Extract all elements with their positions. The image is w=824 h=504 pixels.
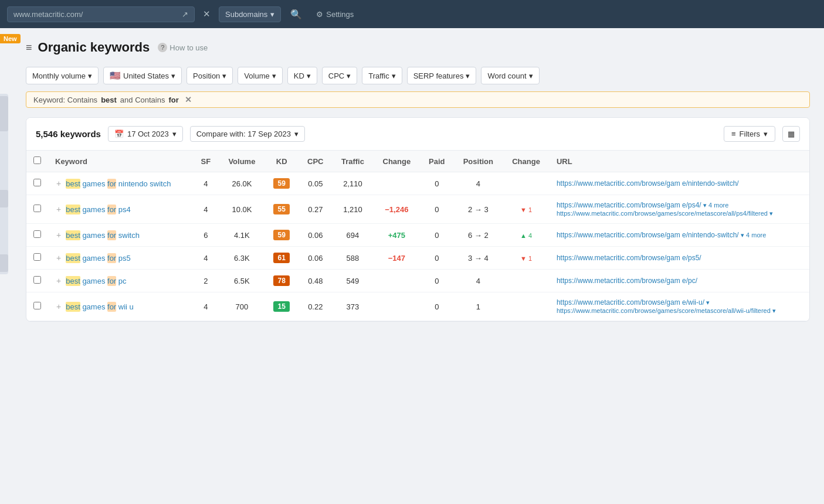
- row-0-url-link[interactable]: https://www.metacritic.com/browse/gam e/…: [557, 179, 739, 188]
- change-header[interactable]: Change: [373, 151, 420, 172]
- row-0-url-cell: https://www.metacritic.com/browse/gam e/…: [550, 172, 809, 195]
- row-0-keyword-link[interactable]: best games for nintendo switch: [66, 179, 171, 188]
- row-2-url-link[interactable]: https://www.metacritic.com/browse/gam e/…: [557, 231, 739, 239]
- side-tab-1[interactable]: [0, 96, 8, 131]
- keyword-text-part: nintendo switch: [116, 179, 171, 188]
- close-tab-button[interactable]: ✕: [199, 6, 214, 22]
- row-4-add-button[interactable]: +: [55, 276, 62, 285]
- keyword-highlight-for: for: [107, 179, 116, 189]
- paid-header[interactable]: Paid: [420, 151, 453, 172]
- row-0-paid: 0: [420, 172, 453, 195]
- external-link-icon[interactable]: ↗: [182, 10, 188, 19]
- row-1-add-button[interactable]: +: [55, 205, 62, 214]
- row-3-keyword-link[interactable]: best games for ps5: [66, 254, 131, 263]
- filters-button[interactable]: ≡ Filters ▾: [724, 126, 775, 142]
- side-tab-2[interactable]: [0, 190, 8, 207]
- keyword-header[interactable]: Keyword: [48, 151, 192, 172]
- row-3-position: 3 → 4: [453, 247, 503, 270]
- row-5-add-button[interactable]: +: [55, 302, 62, 311]
- row-3-paid: 0: [420, 247, 453, 270]
- filter-volume[interactable]: Volume ▾: [238, 67, 282, 84]
- row-1-url-extra-link[interactable]: https://www.metacritic.com/browse/games/…: [557, 210, 768, 217]
- subdomains-button[interactable]: Subdomains ▾: [219, 6, 281, 22]
- settings-button[interactable]: ⚙ Settings: [311, 7, 358, 22]
- row-4-checkbox[interactable]: [33, 276, 41, 284]
- row-1-url-cell: https://www.metacritic.com/browse/gam e/…: [550, 195, 809, 224]
- columns-button[interactable]: ▦: [782, 126, 800, 142]
- position-header[interactable]: Position: [453, 151, 503, 172]
- kd-header[interactable]: KD: [265, 151, 299, 172]
- filter-chip-word1: best: [101, 96, 117, 104]
- row-5-keyword-link[interactable]: best games for wii u: [66, 302, 134, 311]
- volume-label: Volume: [244, 71, 269, 80]
- row-1-url-link[interactable]: https://www.metacritic.com/browse/gam e/…: [557, 201, 701, 209]
- row-0-add-button[interactable]: +: [55, 179, 62, 188]
- search-button[interactable]: 🔍: [286, 6, 307, 23]
- kd-badge: 15: [273, 301, 290, 312]
- row-3-checkbox[interactable]: [33, 253, 41, 261]
- row-5-url-cell: https://www.metacritic.com/browse/gam e/…: [550, 292, 809, 321]
- url-bar[interactable]: www.metacritic.com/ ↗: [7, 6, 195, 22]
- filter-traffic[interactable]: Traffic ▾: [362, 67, 402, 84]
- row-2-add-button[interactable]: +: [55, 230, 62, 240]
- word-count-label: Word count: [487, 71, 526, 80]
- filter-position[interactable]: Position ▾: [186, 67, 233, 84]
- row-4-keyword-link[interactable]: best games for pc: [66, 277, 126, 285]
- traffic-header[interactable]: Traffic: [332, 151, 373, 172]
- how-to-use-link[interactable]: ? How to use: [158, 43, 208, 52]
- filter-united-states[interactable]: 🇺🇸 United States ▾: [103, 67, 182, 84]
- kd-badge: 59: [273, 230, 290, 240]
- row-3-url-link[interactable]: https://www.metacritic.com/browse/gam e/…: [557, 254, 701, 262]
- row-0-checkbox[interactable]: [33, 179, 41, 186]
- keyword-highlight-for: for: [107, 302, 116, 312]
- row-3-url-cell: https://www.metacritic.com/browse/gam e/…: [550, 247, 809, 270]
- row-5-url-extra-more[interactable]: ▾: [772, 307, 776, 314]
- keyword-text-part: pc: [116, 277, 126, 285]
- filter-cpc[interactable]: CPC ▾: [322, 67, 357, 84]
- filters-label: Filters: [740, 130, 760, 138]
- serp-features-label: SERP features: [413, 71, 464, 80]
- url-header[interactable]: URL: [550, 151, 809, 172]
- sf-header[interactable]: SF: [192, 151, 219, 172]
- cpc-header[interactable]: CPC: [299, 151, 332, 172]
- volume-header[interactable]: Volume: [219, 151, 265, 172]
- row-4-traffic: 549: [332, 270, 373, 292]
- close-filter-chip[interactable]: ✕: [185, 95, 192, 104]
- side-nav: [0, 94, 8, 274]
- keyword-text-part: ps5: [116, 254, 131, 263]
- filter-monthly-volume[interactable]: Monthly volume ▾: [26, 67, 99, 84]
- row-4-sf: 2: [192, 270, 219, 292]
- row-1-url-more[interactable]: ▾ 4 more: [703, 202, 728, 209]
- row-4-url-cell: https://www.metacritic.com/browse/gam e/…: [550, 270, 809, 292]
- subdomains-dropdown-icon: ▾: [270, 10, 274, 19]
- row-3-volume: 6.3K: [219, 247, 265, 270]
- row-4-keyword-cell: + best games for pc: [48, 270, 192, 292]
- row-1-checkbox[interactable]: [33, 205, 41, 212]
- serp-dropdown-icon: ▾: [466, 71, 470, 80]
- row-2-checkbox[interactable]: [33, 230, 41, 238]
- row-2-keyword-cell: + best games for switch: [48, 224, 192, 247]
- filter-kd[interactable]: KD ▾: [287, 67, 317, 84]
- row-5-url-link[interactable]: https://www.metacritic.com/browse/gam e/…: [557, 298, 704, 307]
- row-3-add-button[interactable]: +: [55, 253, 62, 263]
- row-2-url-more[interactable]: ▾ 4 more: [741, 231, 766, 239]
- row-2-keyword-link[interactable]: best games for switch: [66, 231, 140, 240]
- cpc-dropdown-icon: ▾: [347, 71, 351, 80]
- filter-serp-features[interactable]: SERP features ▾: [407, 67, 477, 84]
- filter-word-count[interactable]: Word count ▾: [481, 67, 539, 84]
- side-tab-3[interactable]: [0, 254, 8, 272]
- kd-badge: 55: [273, 204, 290, 214]
- row-5-url-more[interactable]: ▾: [706, 299, 710, 306]
- keyword-text-part: games: [80, 302, 107, 311]
- row-1-url-extra-more[interactable]: ▾: [769, 210, 773, 217]
- compare-button[interactable]: Compare with: 17 Sep 2023 ▾: [190, 126, 305, 142]
- keyword-text-part: games: [80, 231, 107, 240]
- row-1-keyword-link[interactable]: best games for ps4: [66, 205, 131, 214]
- row-5-checkbox[interactable]: [33, 302, 41, 309]
- pos-change-header[interactable]: Change: [503, 151, 550, 172]
- row-4-url-link[interactable]: https://www.metacritic.com/browse/gam e/…: [557, 277, 697, 285]
- select-all-checkbox[interactable]: [33, 156, 41, 164]
- date-picker-button[interactable]: 📅 17 Oct 2023 ▾: [108, 126, 183, 142]
- row-5-url-extra-link[interactable]: https://www.metacritic.com/browse/games/…: [557, 307, 771, 314]
- hamburger-icon[interactable]: ≡: [26, 42, 32, 54]
